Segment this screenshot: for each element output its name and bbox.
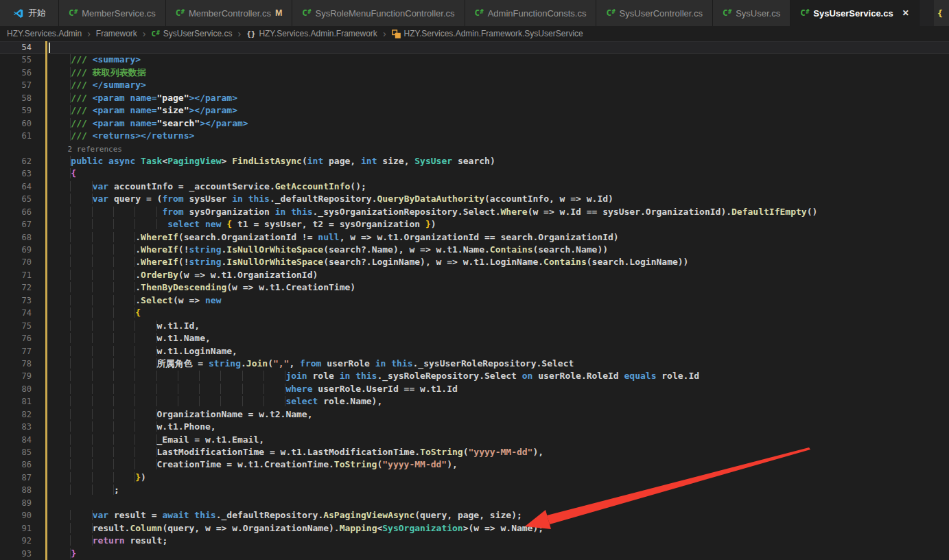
csharp-file-icon: C# — [606, 9, 615, 18]
tab-sys-user-service[interactable]: C#SysUserService.cs✕ — [790, 0, 919, 26]
token: OrderBy — [141, 270, 178, 280]
indent-guides — [49, 130, 71, 141]
class-symbol-icon — [392, 30, 401, 38]
indent-guides — [49, 346, 157, 356]
tab-member-service[interactable]: C#MemberService.cs — [59, 0, 166, 26]
indent-guides — [49, 80, 71, 90]
line-number: 80 — [0, 383, 32, 395]
tab-label: SysUser.cs — [736, 8, 780, 19]
code-line: 77 w.t1.LoginName, — [0, 345, 949, 358]
line-number: 64 — [0, 180, 32, 193]
line-number: 55 — [0, 54, 32, 66]
tab-label: AdminFunctionConsts.cs — [488, 8, 587, 19]
code-text: w.t1.Name, — [32, 332, 211, 345]
breadcrumb-item[interactable]: C#SysUserService.cs — [152, 29, 233, 38]
token: OrganizationName = w.t2.Name, — [157, 409, 313, 419]
token: CreationTime = w.t1.CreationTime. — [157, 459, 334, 469]
codelens-references[interactable]: 2 references — [49, 145, 122, 154]
line-number: 93 — [0, 548, 32, 560]
token: Contains — [490, 244, 533, 255]
token: </summary> — [93, 80, 146, 90]
code-line: 74 { — [0, 307, 949, 319]
token: accountInfo = _accountService. — [108, 181, 275, 191]
token: w.t1.Name, — [157, 333, 211, 343]
code-line: 90 var result = await this._defaultRepos… — [0, 509, 949, 522]
indent-guides — [49, 333, 157, 343]
token: this — [291, 207, 312, 217]
close-icon[interactable]: ✕ — [902, 8, 909, 18]
code-line: 69 .WhereIf(!string.IsNullOrWhiteSpace(s… — [0, 244, 949, 256]
code-line: 60 /// <param name="search"></param> — [0, 117, 949, 130]
indent-guides — [49, 421, 157, 432]
token — [386, 358, 391, 369]
line-number: 54 — [0, 41, 32, 54]
token: "," — [273, 358, 289, 369]
indent-guides — [49, 219, 167, 229]
code-line: 58 /// <param name="page"></param> — [0, 92, 949, 104]
line-number: 76 — [0, 332, 32, 345]
breadcrumb-item[interactable]: Framework — [96, 29, 137, 38]
codelens-row: 2 references — [0, 143, 949, 155]
tab-member-controller[interactable]: C#MemberController.csM — [166, 0, 293, 26]
token: ( — [302, 156, 307, 166]
token — [243, 194, 248, 204]
token: SysOrganization — [382, 523, 462, 533]
breadcrumb-item[interactable]: HZY.Services.Admin — [7, 29, 82, 38]
breadcrumb-item[interactable]: HZY.Services.Admin.Framework.SysUserServ… — [392, 29, 583, 38]
token: var — [93, 510, 108, 520]
token: _Email = w.t1.Email, — [157, 434, 265, 445]
tab-admin-function-consts[interactable]: C#AdminFunctionConsts.cs — [465, 0, 597, 26]
code-text: .WhereIf(!string.IsNullOrWhiteSpace(sear… — [32, 244, 608, 256]
tab-start[interactable]: 开始 — [0, 0, 59, 26]
code-text: from sysOrganization in this._sysOrganiz… — [32, 206, 817, 218]
token: ( — [463, 447, 469, 457]
indent-guides — [49, 523, 93, 533]
indent-guides — [49, 485, 114, 495]
token: LastModificationTime = w.t1.LastModifica… — [157, 447, 421, 457]
token: userRole — [321, 358, 375, 369]
indent-guides — [49, 168, 71, 178]
tab-sys-role-menu-function-controller[interactable]: C#SysRoleMenuFunctionController.cs — [292, 0, 465, 26]
token: (! — [178, 244, 189, 255]
indent-guides — [49, 510, 93, 520]
indent-guides — [49, 232, 135, 242]
code-line: 73 .Select(w => new — [0, 294, 949, 307]
code-line: 70 .WhereIf(!string.IsNullOrWhiteSpace(s… — [0, 256, 949, 268]
line-number: 57 — [0, 79, 32, 91]
code-editor[interactable]: 5455 /// <summary>56 /// 获取列表数据57 /// </… — [0, 41, 949, 560]
line-number: 56 — [0, 67, 32, 79]
vscode-window: 开始C#MemberService.csC#MemberController.c… — [0, 0, 949, 560]
code-text: .WhereIf(search.OrganizationId != null, … — [32, 231, 619, 244]
code-line: 61 /// <returns></returns> — [0, 130, 949, 142]
line-number: 77 — [0, 345, 32, 358]
token: from — [162, 194, 183, 204]
code-line: 76 w.t1.Name, — [0, 332, 949, 345]
token: ></param> — [200, 118, 248, 128]
line-number: 87 — [0, 471, 32, 484]
indent-guides — [49, 194, 93, 204]
code-text: .OrderBy(w => w.t1.OrganizationId) — [32, 269, 318, 281]
line-number: 72 — [0, 281, 32, 294]
line-number: 60 — [0, 117, 32, 130]
line-number: 62 — [0, 155, 32, 167]
line-number: 83 — [0, 421, 32, 433]
csharp-file-icon: C# — [723, 9, 731, 18]
breadcrumb-item[interactable]: {}HZY.Services.Admin.Framework — [246, 29, 377, 38]
token: /// — [71, 118, 92, 128]
code-text: select role.Name), — [32, 395, 382, 408]
token: Task — [141, 156, 162, 166]
token: Mapping — [340, 523, 377, 533]
indent-guides — [49, 270, 135, 280]
tab-sys-user-controller[interactable]: C#SysUserController.cs — [596, 0, 713, 26]
tab-partial-file[interactable]: { — [934, 0, 949, 26]
token: WhereIf — [141, 257, 178, 267]
token: DefaultIfEmpty — [731, 207, 807, 217]
code-text: select new { t1 = sysUser, t2 = sysOrgan… — [32, 218, 436, 231]
token: (accountInfo, w => w.Id) — [484, 194, 613, 204]
tab-sys-user[interactable]: C#SysUser.cs — [713, 0, 790, 26]
indent-guides — [49, 244, 135, 255]
token: role.Id — [656, 371, 699, 381]
token: select — [285, 396, 318, 406]
csharp-file-icon: C# — [800, 9, 809, 18]
code-line: 83 w.t1.Phone, — [0, 421, 949, 433]
